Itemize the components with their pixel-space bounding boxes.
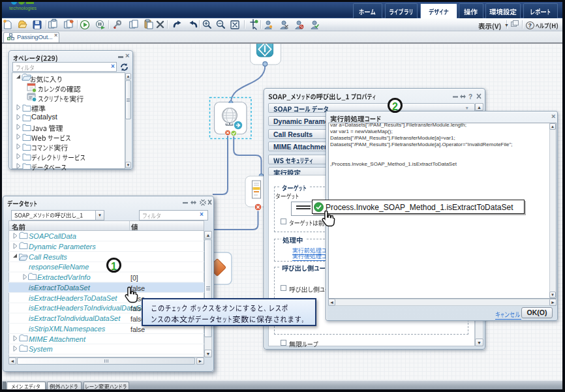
svg-text:?: ?: [468, 93, 472, 100]
